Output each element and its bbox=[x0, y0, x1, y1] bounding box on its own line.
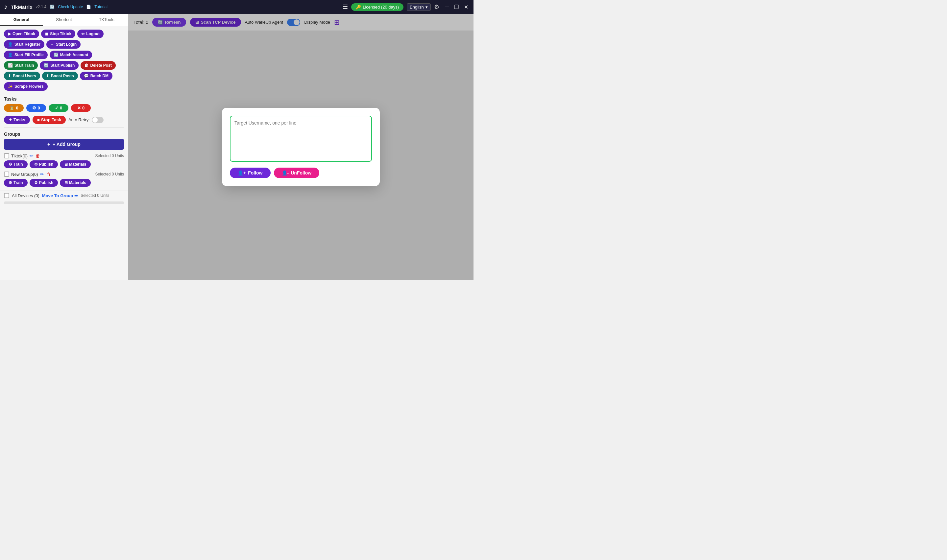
group-edit-icon-new[interactable]: ✏ bbox=[40, 172, 44, 177]
logout-button[interactable]: ⇦ Logout bbox=[77, 29, 103, 38]
running-icon: ⚙ bbox=[32, 106, 36, 111]
tutorial-link[interactable]: Tutorial bbox=[94, 5, 108, 9]
key-icon: 🔑 bbox=[356, 5, 361, 9]
match-account-button[interactable]: 🔄 Match Account bbox=[50, 51, 92, 59]
delete-icon: 🗑 bbox=[85, 63, 88, 68]
start-register-button[interactable]: 👤 Start Register bbox=[4, 40, 45, 49]
scrape-flowers-icon: ✨ bbox=[8, 84, 13, 89]
auto-retry-control: Auto Retry: bbox=[68, 117, 103, 123]
publish-icon: ⚙ bbox=[34, 180, 38, 185]
fill-profile-icon: 👤 bbox=[8, 52, 13, 57]
all-devices-checkbox[interactable] bbox=[4, 193, 9, 198]
open-tiktok-button[interactable]: ▶ Open Tiktok bbox=[4, 29, 39, 38]
success-icon: ✓ bbox=[55, 106, 59, 111]
start-publish-button[interactable]: 🔄 Start Publish bbox=[40, 61, 79, 70]
materials-icon: ⊞ bbox=[65, 180, 68, 185]
tab-shortcut[interactable]: Shortcut bbox=[43, 14, 86, 26]
tab-general[interactable]: General bbox=[0, 14, 43, 26]
publish-icon: 🔄 bbox=[44, 63, 49, 68]
tasks-badges: ⏳ 0 ⚙ 0 ✓ 0 ✕ 0 bbox=[0, 102, 128, 114]
all-devices-label: All Devices (0) bbox=[12, 193, 40, 198]
group-header-tiktok: Tiktok(0) ✏ 🗑 Selected 0 Units bbox=[4, 152, 124, 159]
pending-icon: ⏳ bbox=[9, 106, 14, 111]
main-layout: General Shortcut TKTools ▶ Open Tiktok ◼… bbox=[0, 14, 473, 280]
logout-icon: ⇦ bbox=[81, 32, 85, 36]
stop-tiktok-icon: ◼ bbox=[45, 32, 48, 36]
start-train-button[interactable]: 📈 Start Train bbox=[4, 61, 38, 70]
group-selected-tiktok: Selected 0 Units bbox=[95, 154, 124, 158]
tab-bar: General Shortcut TKTools bbox=[0, 14, 128, 26]
train-icon: ⚙ bbox=[9, 180, 12, 185]
group-train-tiktok[interactable]: ⚙ Train bbox=[4, 160, 28, 168]
train-icon: 📈 bbox=[8, 63, 13, 68]
group-checkbox-tiktok[interactable] bbox=[4, 153, 9, 158]
content-area: Total: 0 🔄 Refresh ⊞ Scan TCP Device Aut… bbox=[128, 14, 473, 280]
register-icon: 👤 bbox=[8, 42, 13, 47]
follow-icon: 👤+ bbox=[238, 170, 246, 175]
hamburger-icon[interactable]: ☰ bbox=[343, 3, 348, 11]
unfollow-icon: 👤- bbox=[282, 170, 289, 175]
unfollow-button[interactable]: 👤- UnFollow bbox=[274, 168, 320, 178]
settings-icon[interactable]: ⚙ bbox=[434, 3, 439, 11]
group-publish-tiktok[interactable]: ⚙ Publish bbox=[29, 160, 58, 168]
group-checkbox-new[interactable] bbox=[4, 172, 9, 177]
tutorial-icon: 📄 bbox=[86, 5, 91, 9]
move-to-group-btn[interactable]: Move To Group ➡ bbox=[42, 193, 78, 198]
licensed-label: Licensed (20 days) bbox=[363, 5, 399, 9]
add-group-button[interactable]: + + Add Group bbox=[4, 139, 124, 150]
delete-post-button[interactable]: 🗑 Delete Post bbox=[80, 61, 115, 70]
language-label: English bbox=[410, 5, 424, 9]
badge-success: ✓ 0 bbox=[49, 104, 68, 112]
stop-tiktok-button[interactable]: ◼ Stop Tiktok bbox=[41, 29, 75, 38]
group-edit-icon-tiktok[interactable]: ✏ bbox=[29, 153, 34, 158]
restore-button[interactable]: ❐ bbox=[453, 4, 460, 10]
device-row: All Devices (0) Move To Group ➡ Selected… bbox=[0, 191, 128, 200]
group-materials-tiktok[interactable]: ⊞ Materials bbox=[60, 160, 91, 168]
check-update-link[interactable]: Check Update bbox=[58, 5, 83, 9]
selected-devices-label: Selected 0 Units bbox=[80, 193, 109, 198]
language-select[interactable]: English ▾ bbox=[407, 3, 431, 11]
dropdown-icon: ▾ bbox=[425, 5, 428, 9]
target-username-input[interactable] bbox=[230, 116, 372, 162]
groups-label: Groups bbox=[4, 131, 124, 139]
group-materials-new[interactable]: ⊞ Materials bbox=[60, 179, 91, 187]
open-tiktok-icon: ▶ bbox=[8, 32, 11, 36]
batch-dm-button[interactable]: 💬 Batch DM bbox=[80, 72, 112, 80]
group-item-tiktok: Tiktok(0) ✏ 🗑 Selected 0 Units ⚙ Train ⚙… bbox=[4, 152, 124, 168]
boost-users-icon: ⬆ bbox=[8, 74, 11, 78]
modal-buttons: 👤+ Follow 👤- UnFollow bbox=[230, 168, 372, 178]
start-fill-profile-button[interactable]: 👤 Start Fill Profile bbox=[4, 51, 48, 59]
group-header-new: New Group(0) ✏ 🗑 Selected 0 Units bbox=[4, 171, 124, 177]
check-update-icon: 🔄 bbox=[50, 5, 55, 9]
follow-button[interactable]: 👤+ Follow bbox=[230, 168, 271, 178]
badge-running: ⚙ 0 bbox=[26, 104, 46, 112]
group-delete-icon-new[interactable]: 🗑 bbox=[46, 172, 51, 177]
minimize-button[interactable]: ─ bbox=[444, 4, 450, 10]
boost-posts-button[interactable]: ⬆ Boost Posts bbox=[42, 72, 78, 80]
group-publish-new[interactable]: ⚙ Publish bbox=[29, 179, 58, 187]
close-button[interactable]: ✕ bbox=[463, 4, 470, 10]
tab-tktools[interactable]: TKTools bbox=[85, 14, 128, 26]
auto-retry-toggle[interactable] bbox=[92, 117, 103, 123]
group-btns-new: ⚙ Train ⚙ Publish ⊞ Materials bbox=[4, 179, 124, 187]
group-btns-tiktok: ⚙ Train ⚙ Publish ⊞ Materials bbox=[4, 160, 124, 168]
toggle-knob bbox=[92, 117, 98, 123]
failed-icon: ✕ bbox=[77, 106, 81, 111]
group-delete-icon-tiktok[interactable]: 🗑 bbox=[35, 153, 40, 158]
group-train-new[interactable]: ⚙ Train bbox=[4, 179, 28, 187]
badge-failed: ✕ 0 bbox=[71, 104, 91, 112]
group-name-new: New Group(0) bbox=[11, 172, 38, 177]
login-icon: → bbox=[50, 42, 54, 47]
scrollbar[interactable] bbox=[4, 202, 124, 204]
app-version: v2.1.4 bbox=[36, 5, 47, 9]
publish-icon: ⚙ bbox=[34, 162, 38, 167]
divider-2 bbox=[4, 127, 124, 128]
stop-task-button[interactable]: ■ Stop Task bbox=[32, 116, 66, 124]
boost-users-button[interactable]: ⬆ Boost Users bbox=[4, 72, 40, 80]
tasks-section-label: Tasks bbox=[0, 94, 128, 102]
scrape-flowers-button[interactable]: ✨ Scrape Flowers bbox=[4, 82, 48, 91]
licensed-button[interactable]: 🔑 Licensed (20 days) bbox=[351, 3, 403, 11]
match-icon: 🔄 bbox=[54, 52, 59, 57]
start-login-button[interactable]: → Start Login bbox=[46, 40, 80, 49]
tasks-button[interactable]: ✦ Tasks bbox=[4, 116, 30, 124]
